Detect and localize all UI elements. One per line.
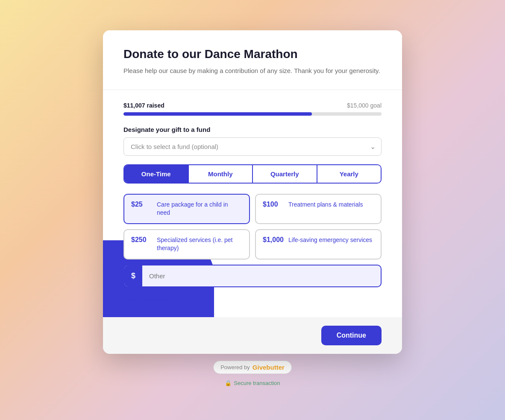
fund-select[interactable]: Click to select a fund (optional)	[123, 137, 382, 156]
dollar-sign: $	[124, 265, 142, 286]
progress-section: $11,007 raised $15,000 goal	[123, 102, 382, 116]
powered-badge: Powered by Givebutter	[213, 361, 292, 374]
progress-goal: $15,000 goal	[347, 102, 382, 109]
fund-label: Designate your gift to a fund	[123, 126, 382, 133]
fund-section: Designate your gift to a fund Click to s…	[123, 126, 382, 156]
progress-raised: $11,007 raised	[123, 102, 164, 109]
givebutter-brand: Givebutter	[252, 364, 285, 371]
tab-one-time[interactable]: One-Time	[124, 165, 189, 183]
other-amount-input[interactable]	[142, 265, 381, 286]
amount-value-250: $250	[131, 236, 153, 244]
amount-value-1000: $1,000	[263, 236, 284, 244]
powered-label: Powered by	[220, 364, 250, 370]
amount-desc-100: Treatment plans & materials	[288, 201, 363, 209]
modal-header: Donate to our Dance Marathon Please help…	[103, 30, 402, 90]
amount-value-25: $25	[131, 201, 153, 208]
donation-modal: Donate to our Dance Marathon Please help…	[103, 30, 402, 354]
amount-btn-25[interactable]: $25 Care package for a child in need	[123, 194, 250, 224]
amount-desc-1000: Life-saving emergency services	[288, 236, 372, 245]
modal-body: $11,007 raised $15,000 goal Designate yo…	[103, 90, 402, 317]
tab-monthly[interactable]: Monthly	[189, 165, 253, 183]
amount-btn-1000[interactable]: $1,000 Life-saving emergency services	[255, 229, 382, 260]
secure-text: 🔒 Secure transaction	[213, 380, 292, 386]
tab-yearly[interactable]: Yearly	[317, 165, 381, 183]
page-subtitle: Please help our cause by making a contri…	[123, 66, 382, 76]
other-amount-wrapper: $	[123, 265, 382, 287]
frequency-tabs: One-Time Monthly Quarterly Yearly	[123, 164, 382, 184]
lock-icon: 🔒	[225, 380, 232, 386]
tab-quarterly[interactable]: Quarterly	[253, 165, 317, 183]
amount-btn-250[interactable]: $250 Specialized services (i.e. pet ther…	[123, 229, 250, 260]
amount-btn-100[interactable]: $100 Treatment plans & materials	[255, 194, 382, 224]
page-title: Donate to our Dance Marathon	[123, 47, 382, 61]
add-message-link[interactable]: + Add a message	[123, 296, 170, 303]
fund-select-wrapper: Click to select a fund (optional)	[123, 137, 382, 156]
progress-labels: $11,007 raised $15,000 goal	[123, 102, 382, 109]
progress-bar-bg	[123, 112, 382, 116]
powered-section: Powered by Givebutter 🔒 Secure transacti…	[213, 354, 292, 390]
continue-button[interactable]: Continue	[321, 326, 382, 345]
amount-desc-250: Specialized services (i.e. pet therapy)	[157, 236, 242, 253]
amount-grid: $25 Care package for a child in need $10…	[123, 194, 382, 260]
secure-label: Secure transaction	[234, 380, 280, 386]
progress-bar-fill	[123, 112, 312, 116]
amount-value-100: $100	[263, 201, 284, 208]
amount-desc-25: Care package for a child in need	[157, 201, 242, 217]
modal-footer: Continue	[103, 317, 402, 354]
